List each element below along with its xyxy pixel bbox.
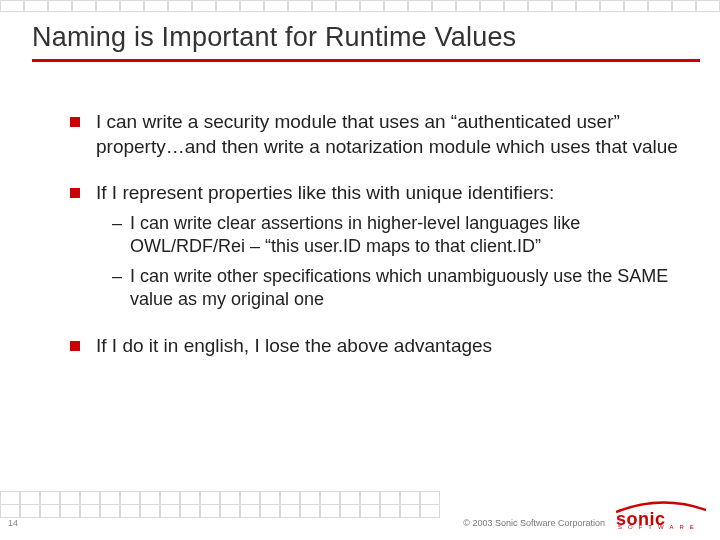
- slide: Naming is Important for Runtime Values I…: [0, 0, 720, 540]
- bullet-item: I can write a security module that uses …: [70, 110, 680, 159]
- bullet-text: If I represent properties like this with…: [96, 181, 554, 206]
- dash-icon: –: [112, 265, 124, 288]
- decor-bottom-squares: [0, 491, 440, 518]
- slide-title: Naming is Important for Runtime Values: [32, 22, 700, 53]
- bullet-icon: [70, 341, 80, 351]
- bullet-icon: [70, 117, 80, 127]
- bullet-text: I can write a security module that uses …: [96, 110, 680, 159]
- bullet-icon: [70, 188, 80, 198]
- sub-bullet-list: – I can write clear assertions in higher…: [112, 212, 680, 312]
- sub-bullet-item: – I can write other specifications which…: [112, 265, 680, 312]
- sub-bullet-item: – I can write clear assertions in higher…: [112, 212, 680, 259]
- title-underline: [32, 59, 700, 62]
- page-number: 14: [8, 518, 18, 528]
- bullet-text: If I do it in english, I lose the above …: [96, 334, 492, 359]
- bullet-item: If I represent properties like this with…: [70, 181, 680, 206]
- sonic-logo: sonic SOFTWARE: [616, 502, 706, 530]
- decor-top-squares: [0, 0, 720, 14]
- sub-bullet-text: I can write clear assertions in higher-l…: [130, 212, 680, 259]
- sub-bullet-text: I can write other specifications which u…: [130, 265, 680, 312]
- copyright-text: © 2003 Sonic Software Corporation: [463, 518, 605, 528]
- dash-icon: –: [112, 212, 124, 235]
- content-area: I can write a security module that uses …: [70, 110, 680, 380]
- logo-subtext: SOFTWARE: [618, 524, 706, 530]
- bullet-item: If I do it in english, I lose the above …: [70, 334, 680, 359]
- title-block: Naming is Important for Runtime Values: [32, 22, 700, 62]
- logo-swoosh-icon: [616, 500, 706, 512]
